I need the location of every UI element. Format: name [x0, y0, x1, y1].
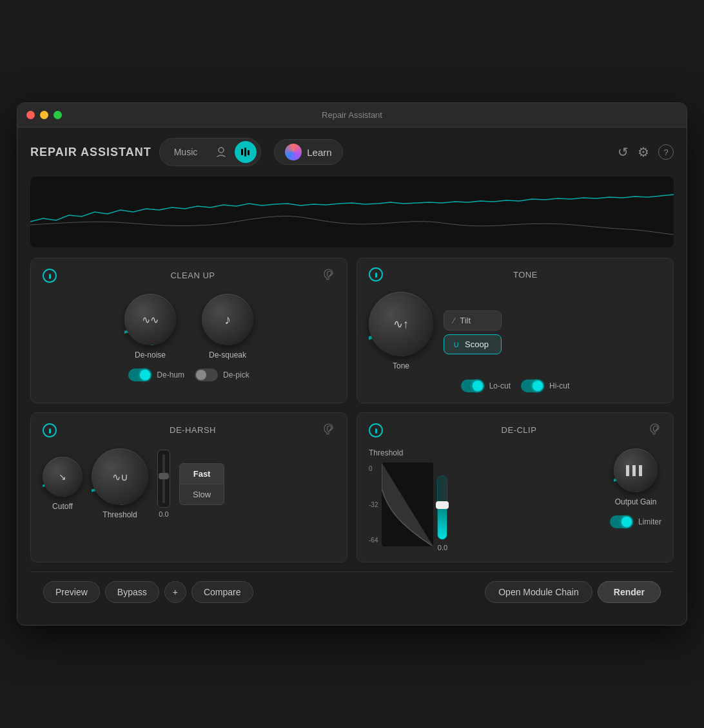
declip-slider-val: 0.0: [438, 544, 447, 551]
deharsh-threshold-knob-group: ∿∪ Threshold: [92, 448, 148, 519]
depick-toggle-group: De-pick: [195, 369, 249, 381]
declip-slider-section: 0.0: [437, 463, 447, 551]
db-labels: 0 -32 -64: [369, 463, 378, 546]
tone-power-button[interactable]: [369, 267, 383, 282]
scoop-icon: ∪: [453, 340, 460, 349]
learn-button[interactable]: Learn: [274, 139, 342, 165]
close-button[interactable]: [26, 111, 35, 119]
db-0: 0: [369, 465, 378, 472]
open-module-chain-button[interactable]: Open Module Chain: [485, 581, 592, 603]
deharsh-ear-icon[interactable]: [322, 422, 335, 438]
deharsh-slider[interactable]: [157, 450, 170, 508]
render-button[interactable]: Render: [598, 581, 661, 603]
tilt-icon: ∕: [453, 316, 455, 325]
db-64: -64: [369, 537, 378, 544]
app-name: REPAIR ASSISTANT: [30, 146, 152, 159]
settings-icon[interactable]: ⚙: [638, 144, 649, 160]
output-gain-icon: ▌▌▌: [626, 465, 645, 475]
help-icon[interactable]: ?: [658, 144, 674, 160]
deharsh-header: DE-HARSH: [43, 422, 335, 438]
desqueak-knob[interactable]: ♪: [202, 294, 253, 345]
depick-toggle[interactable]: [195, 369, 218, 381]
tone-panel: TONE ∿↑ Tone: [357, 258, 674, 403]
deharsh-threshold-knob[interactable]: ∿∪: [92, 448, 148, 505]
bars-icon[interactable]: [235, 141, 257, 163]
fast-slow-buttons: Fast Slow: [179, 463, 224, 505]
cleanup-panel: CLEAN UP: [30, 258, 347, 403]
deharsh-slider-container: 0.0: [157, 450, 170, 518]
main-content: REPAIR ASSISTANT Music: [17, 128, 687, 625]
output-gain-knob[interactable]: ▌▌▌: [614, 448, 658, 492]
locut-toggle[interactable]: [461, 379, 484, 392]
learn-label: Learn: [307, 147, 331, 158]
tone-body: ∿↑ Tone ∕ Tilt ∪ Scoop: [369, 292, 661, 370]
hicut-toggle-group: Hi-cut: [521, 379, 569, 392]
voice-icon[interactable]: [210, 141, 232, 163]
header: REPAIR ASSISTANT Music: [30, 138, 674, 166]
main-window: Repair Assistant REPAIR ASSISTANT Music: [17, 102, 687, 626]
denoise-label: De-noise: [135, 350, 166, 359]
tone-header: TONE: [369, 267, 661, 282]
desqueak-label: De-squeak: [209, 350, 246, 359]
maximize-button[interactable]: [54, 111, 62, 119]
reset-icon[interactable]: ↺: [618, 144, 629, 160]
deharsh-wave-icon: ∿∪: [112, 471, 128, 483]
cutoff-knob-group: ↘ Cutoff: [43, 457, 83, 511]
denoise-knob[interactable]: ∿∿: [124, 294, 176, 345]
declip-ear-icon[interactable]: [649, 422, 661, 438]
declip-slider[interactable]: [437, 475, 447, 540]
dehum-toggle[interactable]: [128, 369, 152, 381]
mode-music-button[interactable]: Music: [164, 143, 208, 161]
svg-point-0: [219, 148, 224, 153]
limiter-toggle[interactable]: [610, 515, 633, 528]
cutoff-knob[interactable]: ↘: [43, 457, 83, 497]
cutoff-icon: ↘: [59, 472, 66, 482]
slow-button[interactable]: Slow: [179, 484, 224, 505]
declip-title: DE-CLIP: [389, 425, 649, 435]
svg-rect-3: [248, 150, 249, 155]
limiter-label: Limiter: [638, 517, 661, 526]
bottom-bar: Preview Bypass + Compare Open Module Cha…: [30, 571, 674, 612]
minimize-button[interactable]: [40, 111, 48, 119]
plus-button[interactable]: +: [164, 581, 186, 603]
denoise-knob-group: ∿∿ De-noise: [124, 294, 176, 359]
fast-button[interactable]: Fast: [179, 463, 224, 484]
cleanup-ear-icon[interactable]: [322, 267, 335, 283]
cleanup-power-button[interactable]: [43, 269, 57, 283]
tone-wave-icon: ∿↑: [393, 317, 409, 331]
dehum-toggle-group: De-hum: [128, 369, 184, 381]
tone-title: TONE: [389, 270, 661, 280]
preview-button[interactable]: Preview: [43, 581, 100, 603]
panels-grid: CLEAN UP: [30, 258, 674, 562]
deharsh-body: ↘ Cutoff ∿∪: [43, 448, 335, 519]
tone-knob[interactable]: ∿↑: [369, 292, 433, 356]
threshold-section: Threshold 0 -32 -64: [369, 448, 602, 551]
compare-button[interactable]: Compare: [191, 581, 253, 603]
desqueak-knob-group: ♪ De-squeak: [202, 294, 253, 359]
svg-rect-1: [241, 149, 243, 155]
learn-icon: [285, 144, 302, 160]
header-icons: ↺ ⚙ ?: [618, 144, 674, 160]
deharsh-power-button[interactable]: [43, 423, 57, 437]
tone-label: Tone: [393, 361, 409, 370]
scoop-button[interactable]: ∪ Scoop: [444, 334, 502, 354]
tone-knob-side: ∿↑ Tone: [369, 292, 433, 370]
cutoff-label: Cutoff: [52, 502, 73, 511]
svg-rect-2: [244, 148, 246, 157]
threshold-label: Threshold: [369, 448, 602, 457]
declip-power-button[interactable]: [369, 423, 383, 437]
hicut-label: Hi-cut: [549, 381, 569, 390]
scoop-label: Scoop: [465, 340, 489, 349]
limiter-toggle-group: Limiter: [610, 515, 661, 528]
traffic-lights: [26, 111, 62, 119]
declip-body: Threshold 0 -32 -64: [369, 448, 661, 551]
deharsh-title: DE-HARSH: [63, 425, 322, 435]
depick-label: De-pick: [223, 370, 249, 379]
tilt-label: Tilt: [460, 316, 471, 325]
hicut-toggle[interactable]: [521, 379, 544, 392]
cleanup-header: CLEAN UP: [43, 267, 335, 283]
guitar-icon: ♪: [224, 312, 231, 327]
tilt-button[interactable]: ∕ Tilt: [444, 311, 502, 330]
bypass-button[interactable]: Bypass: [105, 581, 159, 603]
dehum-label: De-hum: [157, 370, 184, 379]
